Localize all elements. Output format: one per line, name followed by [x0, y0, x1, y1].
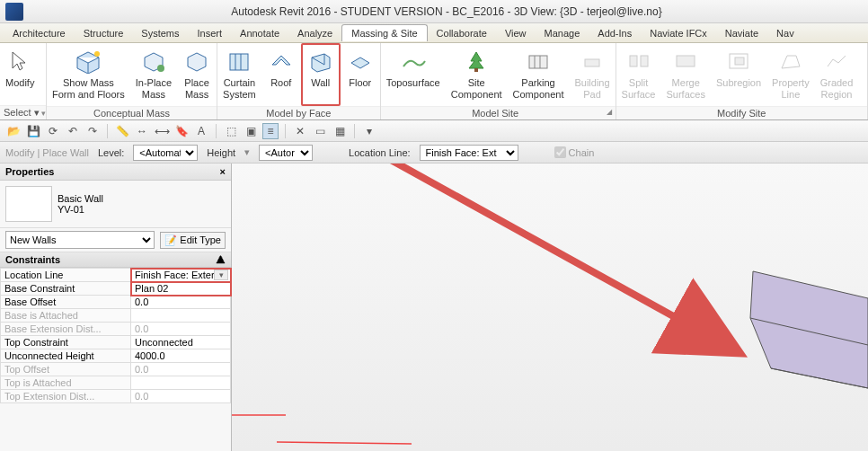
- expand-icon[interactable]: ⯅: [216, 254, 226, 265]
- property-value[interactable]: 4000.0: [131, 349, 231, 363]
- open-icon[interactable]: 📂: [5, 123, 22, 139]
- type-selector[interactable]: Basic Wall YV-01: [0, 181, 231, 227]
- property-row[interactable]: Top ConstraintUnconnected: [1, 336, 231, 349]
- sync-icon[interactable]: ⟳: [45, 123, 61, 139]
- tab-manage[interactable]: Manage: [536, 25, 589, 41]
- level-select[interactable]: <Automati: [133, 145, 198, 161]
- property-row[interactable]: Base Extension Dist...0.0: [1, 323, 231, 336]
- property-value[interactable]: 0.0: [131, 296, 231, 309]
- property-row[interactable]: Location LineFinish Face: Exteri...: [1, 269, 231, 282]
- merge-surfaces-button[interactable]: Merge Surfaces: [661, 43, 711, 106]
- tab-collaborate[interactable]: Collaborate: [428, 25, 496, 41]
- modify-site-caption: Modify Site: [616, 106, 867, 119]
- undo-icon[interactable]: ↶: [65, 123, 81, 139]
- tab-annotate[interactable]: Annotate: [231, 25, 288, 41]
- 3d-icon[interactable]: ⬚: [223, 123, 239, 139]
- property-row[interactable]: Top is Attached: [1, 376, 231, 390]
- property-row[interactable]: Top Extension Dist...0.0: [1, 390, 231, 403]
- close-views-icon[interactable]: ✕: [292, 123, 308, 139]
- property-line-button[interactable]: Property Line: [766, 43, 815, 106]
- wall-button[interactable]: Wall: [301, 43, 341, 106]
- filter-select[interactable]: New Walls: [5, 231, 155, 249]
- toposurface-button[interactable]: Toposurface: [381, 43, 446, 106]
- place-mass-icon: [182, 47, 211, 75]
- site-component-button[interactable]: Site Component: [446, 43, 508, 106]
- roof-button[interactable]: Roof: [261, 43, 301, 106]
- svg-rect-14: [677, 56, 695, 66]
- property-value[interactable]: Unconnected: [131, 336, 231, 349]
- floor-button[interactable]: Floor: [341, 43, 380, 106]
- ribbon: Modify Select ▾ Show Mass Form and Floor…: [0, 43, 868, 120]
- location-line-select[interactable]: Finish Face: Ext: [420, 145, 518, 161]
- graded-region-button[interactable]: Graded Region: [815, 43, 859, 106]
- property-value[interactable]: Finish Face: Exteri...: [131, 269, 231, 282]
- select-panel-caption[interactable]: Select ▾: [0, 105, 46, 119]
- curtain-system-button[interactable]: Curtain System: [217, 43, 261, 106]
- property-row[interactable]: Top Offset0.0: [1, 363, 231, 376]
- building-pad-button[interactable]: Building Pad: [569, 43, 615, 106]
- close-icon[interactable]: ×: [220, 166, 226, 177]
- section-icon[interactable]: ▣: [243, 123, 259, 139]
- property-row[interactable]: Unconnected Height4000.0: [1, 349, 231, 363]
- tab-naviate-ifcx[interactable]: Naviate IFCx: [641, 25, 716, 41]
- tab-nav[interactable]: Nav: [767, 25, 803, 41]
- text-icon[interactable]: A: [193, 123, 209, 139]
- tab-architecture[interactable]: Architecture: [4, 25, 75, 41]
- property-value[interactable]: Plan 02: [131, 282, 231, 296]
- model-site-caption[interactable]: Model Site: [381, 106, 616, 119]
- split-surface-button[interactable]: Split Surface: [616, 43, 661, 106]
- property-name: Location Line: [1, 269, 131, 282]
- tab-naviate[interactable]: Naviate: [716, 25, 767, 41]
- parking-component-button[interactable]: Parking Component: [508, 43, 570, 106]
- save-icon[interactable]: 💾: [25, 123, 41, 139]
- tab-structure[interactable]: Structure: [75, 25, 133, 41]
- property-value[interactable]: 0.0: [131, 323, 231, 336]
- tab-addins[interactable]: Add-Ins: [589, 25, 641, 41]
- app-icon[interactable]: [5, 3, 23, 21]
- property-row[interactable]: Base Offset0.0: [1, 296, 231, 309]
- filter-icon[interactable]: ▾: [361, 123, 377, 139]
- svg-rect-12: [630, 56, 637, 66]
- modify-button[interactable]: Modify: [0, 43, 40, 105]
- inplace-mass-button[interactable]: In-Place Mass: [130, 43, 177, 106]
- property-row[interactable]: Base ConstraintPlan 02: [1, 282, 231, 296]
- tab-insert[interactable]: Insert: [189, 25, 232, 41]
- show-mass-button[interactable]: Show Mass Form and Floors: [47, 43, 130, 106]
- height-select[interactable]: <Autor: [259, 145, 313, 161]
- property-name: Base Constraint: [1, 282, 131, 296]
- property-value[interactable]: 0.0: [131, 363, 231, 376]
- edit-type-icon: 📝: [164, 234, 177, 246]
- ribbon-tabs: Architecture Structure Systems Insert An…: [0, 23, 868, 43]
- property-row[interactable]: Base is Attached: [1, 309, 231, 323]
- cursor-icon: [5, 47, 34, 75]
- annotation-arrow: [349, 164, 735, 350]
- tile-icon[interactable]: ▦: [332, 123, 348, 139]
- property-value[interactable]: [131, 309, 231, 323]
- edit-type-button[interactable]: 📝 Edit Type: [160, 232, 226, 249]
- measure-icon[interactable]: 📏: [114, 123, 130, 139]
- tab-analyze[interactable]: Analyze: [288, 25, 341, 41]
- drawing-canvas[interactable]: [232, 164, 868, 451]
- switch-win-icon[interactable]: ▭: [312, 123, 328, 139]
- tag-icon[interactable]: 🔖: [173, 123, 190, 139]
- property-name: Top Constraint: [1, 336, 131, 349]
- property-name: Unconnected Height: [1, 349, 131, 363]
- tab-massing-site[interactable]: Massing & Site: [341, 24, 427, 41]
- property-value[interactable]: [131, 376, 231, 390]
- constraints-group[interactable]: Constraints: [5, 254, 60, 265]
- align-icon[interactable]: ↔: [134, 123, 150, 139]
- wall-icon: [306, 47, 335, 75]
- options-bar: Modify | Place Wall Level: <Automati Hei…: [0, 142, 868, 164]
- tab-systems[interactable]: Systems: [132, 25, 188, 41]
- tab-view[interactable]: View: [496, 25, 536, 41]
- svg-rect-8: [529, 56, 547, 68]
- thin-lines-icon[interactable]: ≡: [262, 123, 279, 139]
- level-label: Level:: [98, 147, 124, 158]
- type-thumb: [5, 186, 52, 222]
- dim-icon[interactable]: ⟷: [154, 123, 170, 139]
- place-mass-button[interactable]: Place Mass: [177, 43, 217, 106]
- subregion-button[interactable]: Subregion: [711, 43, 766, 106]
- chain-checkbox[interactable]: Chain: [554, 146, 595, 158]
- redo-icon[interactable]: ↷: [84, 123, 101, 139]
- property-value[interactable]: 0.0: [131, 390, 231, 403]
